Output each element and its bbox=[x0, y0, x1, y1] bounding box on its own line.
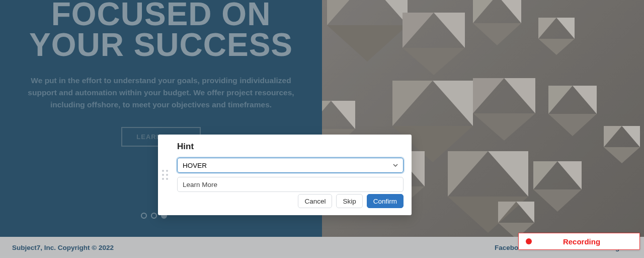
hint-dialog: Hint HOVER Cancel Skip Confirm bbox=[158, 135, 412, 215]
locator-text-input[interactable] bbox=[177, 177, 404, 192]
recording-label: Recording bbox=[519, 237, 639, 246]
record-icon bbox=[526, 238, 532, 244]
modal-backdrop bbox=[0, 0, 644, 258]
skip-button[interactable]: Skip bbox=[336, 194, 362, 208]
confirm-button[interactable]: Confirm bbox=[367, 194, 404, 208]
action-select[interactable]: HOVER bbox=[177, 158, 404, 173]
grip-icon bbox=[162, 170, 168, 180]
dialog-title: Hint bbox=[177, 142, 404, 152]
dialog-drag-handle[interactable] bbox=[158, 135, 172, 215]
cancel-button[interactable]: Cancel bbox=[298, 194, 332, 208]
recording-indicator[interactable]: Recording bbox=[518, 233, 640, 250]
